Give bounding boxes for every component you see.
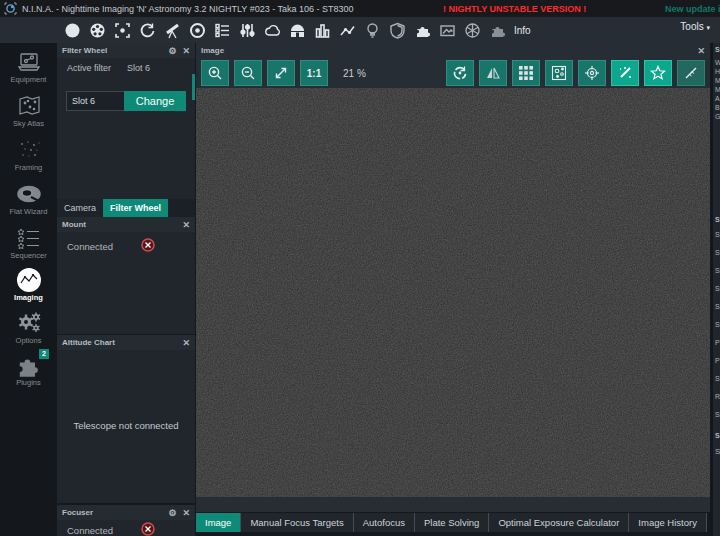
altitude-chart-title: Altitude Chart xyxy=(62,338,115,347)
mount-panel: Mount ✕ Connected xyxy=(57,217,195,334)
filter-wheel-panel: Filter Wheel ⚙ ✕ Active filter Slot 6 Sl… xyxy=(57,43,195,199)
star-detection-button[interactable] xyxy=(644,60,672,86)
mount-panel-header: Mount ✕ xyxy=(57,217,195,232)
dock-tab-strip: Camera Filter Wheel xyxy=(57,199,195,217)
filter-wheel-icon[interactable] xyxy=(89,22,106,39)
filter-wheel-panel-title: Filter Wheel xyxy=(62,46,107,55)
main-nav-sidebar: Equipment Sky Atlas Framing Flat Wizard … xyxy=(0,43,57,536)
dome-icon[interactable] xyxy=(289,22,306,39)
image-panel-header: Image ✕ xyxy=(196,43,710,58)
sidebar-item-sky-atlas[interactable]: Sky Atlas xyxy=(0,92,57,134)
image-toolbar: 1:1 21 % xyxy=(196,58,710,88)
focuser-settings-icon[interactable]: ⚙ xyxy=(168,508,176,518)
histogram-icon[interactable] xyxy=(314,22,331,39)
clipped-bottom-tab: S xyxy=(713,447,720,456)
image-panel: Image ✕ 1:1 21 % xyxy=(196,43,710,512)
right-edge-clipped-panels: St W H M M A B G Sta St St St Sn Se St P… xyxy=(711,43,720,536)
zoom-percentage: 21 % xyxy=(343,68,366,79)
focuser-icon[interactable] xyxy=(114,22,131,39)
sidebar-item-flat-wizard[interactable]: Flat Wizard xyxy=(0,180,57,222)
plugins-nav-icon: 2 xyxy=(0,351,57,378)
active-filter-value: Slot 6 xyxy=(127,63,150,73)
imaging-bottom-tabs: Image Manual Focus Targets Autofocus Pla… xyxy=(196,513,707,532)
crosshair-button[interactable] xyxy=(578,60,606,86)
filter-wheel-panel-header: Filter Wheel ⚙ ✕ xyxy=(57,43,195,58)
sidebar-item-options[interactable]: Options xyxy=(0,309,57,351)
plugins-badge: 2 xyxy=(39,349,49,359)
change-filter-button[interactable]: Change xyxy=(124,91,186,111)
flat-device-icon[interactable] xyxy=(364,22,381,39)
panel-toggle-toolbar: Info xyxy=(0,17,720,43)
altitude-chart-close-icon[interactable]: ✕ xyxy=(182,338,190,348)
focuser-panel-header: Focuser ⚙ ✕ xyxy=(57,505,195,520)
safety-monitor-icon[interactable] xyxy=(389,22,406,39)
update-notice[interactable]: New update i xyxy=(665,4,720,14)
rotator-icon[interactable] xyxy=(139,22,156,39)
fit-to-screen-button[interactable] xyxy=(267,60,295,86)
sidebar-item-sequencer[interactable]: Sequencer xyxy=(0,224,57,266)
tab-filter-wheel[interactable]: Filter Wheel xyxy=(103,199,168,217)
tab-image[interactable]: Image xyxy=(196,513,241,532)
camera-icon[interactable] xyxy=(64,22,81,39)
altitude-chart-panel: Altitude Chart ✕ Telescope not connected xyxy=(57,335,195,503)
focuser-disconnected-icon xyxy=(141,522,155,536)
altitude-chart-message: Telescope not connected xyxy=(57,420,195,431)
tab-optimal-exposure-calculator[interactable]: Optimal Exposure Calculator xyxy=(489,513,629,532)
focuser-panel: Focuser ⚙ ✕ Connected xyxy=(57,505,195,536)
sequencer-icon xyxy=(0,224,57,251)
tab-camera[interactable]: Camera xyxy=(57,199,103,217)
captured-image-canvas[interactable] xyxy=(196,88,710,497)
filter-wheel-close-icon[interactable]: ✕ xyxy=(182,46,190,56)
tools-menu-button[interactable]: Tools ▾ xyxy=(680,21,710,32)
mount-panel-title: Mount xyxy=(62,220,86,229)
grid-overlay-button[interactable] xyxy=(512,60,540,86)
sidebar-item-framing[interactable]: Framing xyxy=(0,136,57,178)
filter-wheel-settings-icon[interactable]: ⚙ xyxy=(168,46,176,56)
mount-connected-label: Connected xyxy=(67,241,113,252)
clipped-panel1-header: St xyxy=(713,46,720,53)
options-icon xyxy=(0,309,57,336)
framing-icon xyxy=(0,136,57,163)
plugin-alt-icon[interactable] xyxy=(489,22,506,39)
hfr-history-icon[interactable] xyxy=(339,22,356,39)
telescope-icon[interactable] xyxy=(164,22,181,39)
sidebar-item-plugins[interactable]: 2 Plugins xyxy=(0,351,57,393)
zoom-in-button[interactable] xyxy=(201,60,229,86)
weather-icon[interactable] xyxy=(264,22,281,39)
tab-autofocus[interactable]: Autofocus xyxy=(354,513,415,532)
auto-stretch-button[interactable] xyxy=(611,60,639,86)
nightly-warning: ! NIGHTLY UNSTABLE VERSION ! xyxy=(443,4,586,14)
imaging-icon xyxy=(0,266,57,293)
image-panel-close-icon[interactable]: ✕ xyxy=(697,46,705,56)
one-to-one-button[interactable]: 1:1 xyxy=(300,60,328,86)
flip-image-button[interactable] xyxy=(479,60,507,86)
sky-atlas-icon xyxy=(0,92,57,119)
sidebar-item-imaging[interactable]: Imaging xyxy=(0,266,57,308)
tab-plate-solving[interactable]: Plate Solving xyxy=(415,513,489,532)
rotate-image-button[interactable] xyxy=(446,60,474,86)
guider-icon[interactable] xyxy=(189,22,206,39)
title-bar: N.I.N.A. - Nighttime Imaging 'N' Astrono… xyxy=(0,0,720,17)
clipped-panel2-header: Sta xyxy=(713,216,720,223)
info-button[interactable]: Info xyxy=(514,25,531,36)
star-annotation-button[interactable] xyxy=(677,60,705,86)
tab-manual-focus-targets[interactable]: Manual Focus Targets xyxy=(241,513,353,532)
tab-image-history[interactable]: Image History xyxy=(629,513,707,532)
image-frame-icon[interactable] xyxy=(439,22,456,39)
mount-disconnected-icon xyxy=(141,238,155,254)
sequence-icon[interactable] xyxy=(214,22,231,39)
app-logo-icon xyxy=(4,2,17,17)
plate-solve-overlay-button[interactable] xyxy=(545,60,573,86)
sidebar-item-equipment[interactable]: Equipment xyxy=(0,48,57,90)
dock-splitter-handle[interactable] xyxy=(192,74,195,100)
mount-close-icon[interactable]: ✕ xyxy=(182,220,190,230)
zoom-out-button[interactable] xyxy=(234,60,262,86)
tools-caret-icon: ▾ xyxy=(706,24,710,31)
focuser-close-icon[interactable]: ✕ xyxy=(182,508,190,518)
plugins-icon[interactable] xyxy=(414,22,431,39)
altitude-chart-header: Altitude Chart ✕ xyxy=(57,335,195,350)
wheel-icon[interactable] xyxy=(464,22,481,39)
active-filter-label: Active filter xyxy=(67,63,111,73)
switch-icon[interactable] xyxy=(239,22,256,39)
mount-status-row: Connected xyxy=(57,232,195,260)
